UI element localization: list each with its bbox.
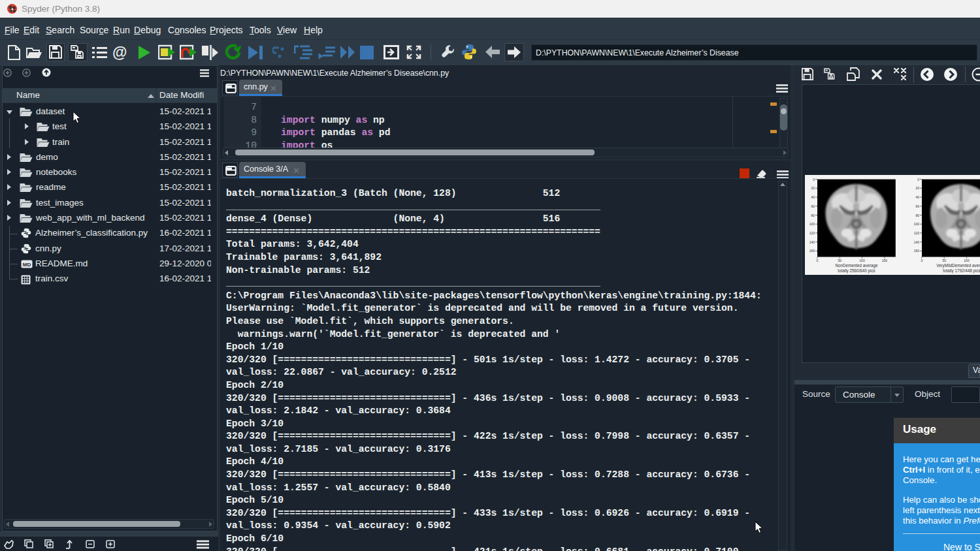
svg-text:120: 120	[809, 231, 815, 235]
svg-text:140: 140	[809, 240, 815, 244]
svg-text:20: 20	[811, 186, 815, 190]
svg-text:80: 80	[915, 213, 919, 217]
svg-text:60: 60	[811, 204, 815, 208]
svg-text:120: 120	[914, 231, 920, 235]
svg-text:0: 0	[917, 178, 919, 181]
svg-text:160: 160	[914, 249, 920, 253]
svg-text:0: 0	[921, 259, 923, 262]
svg-text:totally 2560/640 pics: totally 2560/640 pics	[838, 268, 875, 274]
svg-text:100: 100	[859, 259, 865, 262]
svg-text:0: 0	[813, 178, 815, 181]
svg-text:80: 80	[811, 213, 815, 217]
svg-text:100: 100	[964, 259, 970, 262]
svg-text:140: 140	[914, 240, 920, 244]
svg-text:40: 40	[915, 195, 919, 199]
svg-text:100: 100	[809, 222, 815, 226]
svg-text:50: 50	[942, 259, 946, 262]
svg-text:100: 100	[914, 222, 920, 226]
svg-text:150: 150	[882, 259, 888, 262]
svg-text:totally 1792/448 pics: totally 1792/448 pics	[943, 268, 980, 274]
svg-text:160: 160	[809, 249, 815, 253]
svg-text:MD: MD	[23, 262, 31, 268]
svg-text:50: 50	[838, 259, 841, 262]
svg-text:20: 20	[915, 186, 919, 190]
svg-text:60: 60	[915, 204, 919, 208]
svg-text:0: 0	[816, 259, 818, 262]
svg-text:40: 40	[811, 195, 815, 199]
